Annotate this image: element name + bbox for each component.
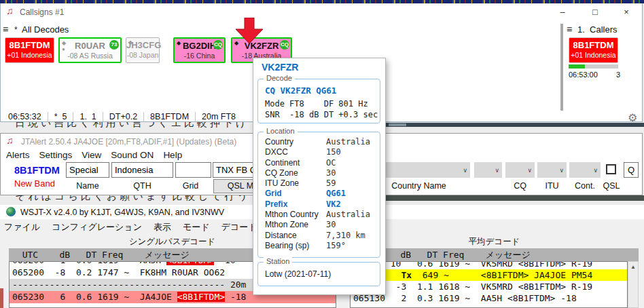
- callsign-details-popup: VK2FZR Decode CQ VK2FZR QG61 Mode FT8 DF…: [253, 58, 386, 295]
- tile-status-icons: ◆: [177, 41, 181, 46]
- menu-item[interactable]: ファイル: [4, 221, 40, 233]
- decode-row[interactable]: 0 -3 1.1 1618 ~ VK5MRD <8B1FTDM> R-19: [351, 281, 627, 292]
- location-row-value: Australia: [326, 210, 370, 219]
- status-item: 20m FT8: [195, 112, 242, 121]
- qsl-checkbox[interactable]: [606, 164, 616, 174]
- location-row: CQ Zone 30: [265, 168, 378, 178]
- decode-table-header: UTC dB DT Freq メッセージ: [350, 248, 639, 261]
- location-row-value: 7,310 km: [326, 231, 365, 240]
- itu-zone-dropdown[interactable]: 54 ∨: [537, 162, 567, 178]
- caller-time: 06:53:00: [569, 71, 598, 79]
- chevron-down-icon: ∨: [593, 163, 598, 178]
- menu-item[interactable]: デコード: [221, 221, 257, 233]
- location-row-value: 159°: [326, 241, 346, 250]
- diamond-icon: ◆: [128, 40, 132, 45]
- menu-item[interactable]: View: [82, 150, 101, 160]
- popup-callsign-title: VK2FZR: [262, 62, 298, 73]
- table-scrollbar[interactable]: ▲: [628, 261, 639, 308]
- minimize-icon[interactable]: –: [552, 6, 573, 18]
- clipped-background-text: それはコち比くお願います比較して行う: [15, 195, 254, 202]
- location-row-value: VK2: [326, 199, 341, 209]
- clipped-background-text: 日現い吉比く利用い言つくエ比較押下げて行う: [15, 122, 254, 129]
- globe-icon: [6, 207, 16, 216]
- menu-item[interactable]: Alerts: [6, 150, 30, 160]
- text-segment: Tx: [401, 270, 412, 280]
- qsl-label: QSL: [601, 181, 622, 191]
- caller-progress-track: [569, 64, 618, 69]
- location-row-value: 30: [326, 220, 336, 229]
- screen: ♫ Callsigns #1 – □ × ≡ * All Decodes ≡ 1…: [0, 0, 644, 308]
- close-icon[interactable]: ×: [616, 6, 637, 18]
- location-row-label: ITU Zone: [265, 178, 326, 188]
- caller-time-row: 06:53:00 3: [569, 71, 620, 79]
- decode-legend: Decode: [264, 74, 295, 82]
- red-arrow-annotation: [236, 18, 263, 43]
- location-row: Mthon Zone 30: [265, 220, 378, 230]
- text-segment: ----------------------------------------…: [12, 280, 246, 290]
- text-segment: 065130 2 0.3 1619 ~ AA5H <8B1FTDM> -18: [353, 293, 577, 303]
- decode-row[interactable]: 065130 2 0.3 1619 ~ AA5H <8B1FTDM> -18: [351, 292, 627, 304]
- maximize-icon[interactable]: □: [585, 6, 605, 18]
- scrollbar-thumb[interactable]: [389, 123, 406, 126]
- location-row: Continent OC: [265, 158, 378, 168]
- music-note-icon: ♫: [6, 6, 14, 16]
- circle-icon: ●: [62, 47, 66, 52]
- text-segment: <8B1FTDM>: [166, 261, 214, 265]
- location-row: Country Australia: [265, 137, 378, 147]
- diamond-icon: ◆: [62, 41, 66, 46]
- menu-item[interactable]: モード: [183, 221, 210, 233]
- jtalert-window-title[interactable]: JTAlert 2.50.4 JA4JOE [20m,FT8,ADIF,#1] …: [21, 137, 236, 147]
- text-segment: -18: [225, 292, 246, 302]
- menu-item[interactable]: Settings: [39, 150, 73, 160]
- callsign-tile[interactable]: 8B1FTDM +01 Indonesia: [5, 37, 54, 63]
- location-row-label: Bearing (sp): [265, 241, 326, 250]
- decode-row[interactable]: 10 0.6 1619 ~ VK5MRD <8B1FTDM> R-19: [351, 261, 627, 269]
- text-segment: 0 -3 1.1 1618 ~ VK5MRD <8B1FTDM> R-19: [353, 282, 592, 292]
- music-note-icon: ♫: [6, 136, 14, 145]
- location-row-value: 150: [326, 147, 341, 157]
- menu-item[interactable]: Help: [163, 150, 182, 160]
- jtalert-menubar: Alerts Settings View Sound ON Help: [6, 150, 182, 160]
- tile-subtitle: -08 Japan: [126, 51, 159, 59]
- location-legend: Location: [264, 127, 298, 135]
- tile-status-icons: ◆: [128, 40, 132, 45]
- caller-tile[interactable]: 8B1FTDM +01 Indonesia: [569, 37, 618, 63]
- grid-field[interactable]: [175, 162, 211, 178]
- name-field[interactable]: Special: [66, 162, 109, 178]
- text-segment: <8B1FTDM>: [177, 292, 225, 302]
- location-row-label: Grid: [265, 189, 326, 198]
- decode-row[interactable]: 5 Tx 649 ~ <8B1FTDM> JA4JOE PM54: [351, 269, 627, 281]
- callsign-tile[interactable]: ◆ JH3CFG -08 Japan: [126, 37, 160, 63]
- callsigns-window-title[interactable]: Callsigns #1: [20, 7, 64, 17]
- callsign-tile[interactable]: ◆ BG2DIH -16 China CQ: [173, 37, 226, 63]
- continent-dropdown[interactable]: OC ∨: [569, 162, 601, 178]
- scroll-up-icon[interactable]: ▲: [628, 262, 638, 270]
- grid-label: Grid: [173, 181, 209, 191]
- diamond-icon: ◆: [177, 41, 181, 46]
- text-segment: 10 0.6 1619 ~ VK5MRD <8B1FTDM> R-19: [353, 261, 592, 269]
- location-row: DXCC 150: [265, 147, 378, 157]
- q-button[interactable]: Q: [624, 162, 639, 178]
- chevron-down-icon: ∨: [527, 163, 532, 178]
- background-red-fragment: [0, 288, 3, 308]
- itu-label: ITU: [537, 181, 567, 191]
- callsign-tile[interactable]: ◆● R0UAR -08 AS Russia 73: [58, 37, 122, 63]
- menu-item[interactable]: Sound ON: [111, 150, 154, 160]
- hamburger-icon[interactable]: ≡: [3, 24, 8, 35]
- status-bar: 06:53:32 * 5 1. 1 DT+0.2 8B1FTDM 20m FT8: [2, 110, 242, 123]
- qth-field[interactable]: Indonesia: [111, 162, 173, 178]
- location-row-value: 59: [326, 178, 336, 188]
- chevron-down-icon: ∨: [495, 163, 499, 178]
- menu-item[interactable]: 表示: [154, 221, 171, 233]
- location-row: ITU Zone 59: [265, 178, 378, 189]
- menu-item[interactable]: コンフィグレーション: [52, 221, 142, 233]
- location-row-label: Mthon Country: [265, 210, 326, 219]
- tile-subtitle: +01 Indonesia: [569, 51, 618, 59]
- location-rows: Country Australia DXCC 150 Continent OC: [265, 137, 378, 251]
- hamburger-icon[interactable]: ≡: [567, 24, 572, 35]
- station-legend: Station: [264, 257, 292, 265]
- cq-zone-dropdown[interactable]: 28 ∨: [505, 162, 535, 178]
- tile-badge: CQ: [280, 40, 289, 50]
- location-row: Mthon Country Australia: [265, 210, 378, 220]
- extra-dropdown[interactable]: ∨: [474, 162, 502, 178]
